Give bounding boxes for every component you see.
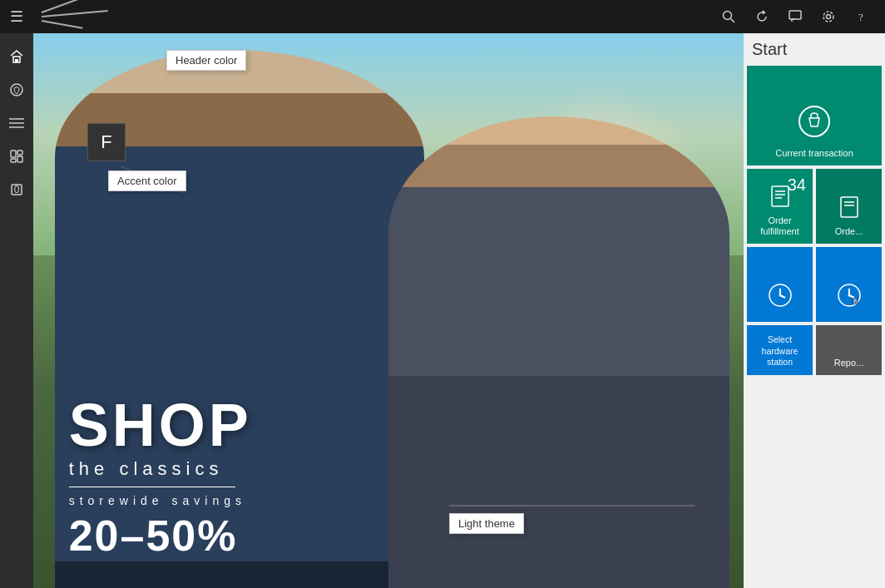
accent-color-label: Accent color: [117, 175, 177, 187]
tile-select-hardware-station[interactable]: Select hardware station: [747, 325, 813, 375]
hamburger-menu[interactable]: ☰: [0, 0, 33, 33]
sidebar-item-orders[interactable]: [2, 75, 32, 105]
top-bar-icons: ?: [714, 2, 885, 32]
svg-rect-22: [772, 186, 789, 206]
svg-rect-26: [841, 197, 858, 217]
sidebar-item-badge[interactable]: 0: [2, 175, 32, 205]
reports-label: Repo...: [831, 358, 867, 368]
svg-point-4: [823, 12, 833, 22]
light-theme-label: Light theme: [458, 517, 515, 530]
svg-rect-13: [17, 151, 22, 155]
sidebar-item-menu[interactable]: [2, 108, 32, 138]
sidebar-item-products[interactable]: [2, 141, 32, 171]
main-content: SHOP the classics storewide savings 20–5…: [33, 33, 744, 588]
order-next-icon: [838, 195, 861, 225]
sidebar-item-home[interactable]: [2, 42, 32, 72]
refresh-icon[interactable]: [747, 2, 777, 32]
svg-text:?: ?: [858, 11, 863, 23]
accent-color-tooltip: Accent color: [108, 170, 186, 191]
order-next-label: Orde...: [832, 226, 867, 237]
logo-line-1: [42, 0, 89, 13]
svg-line-1: [731, 19, 735, 23]
logo-lines: [42, 12, 108, 22]
header-color-label: Header color: [176, 54, 237, 67]
select-hardware-station-label: Select hardware station: [747, 334, 813, 368]
person-right: [388, 116, 729, 588]
tile-order-fulfillment[interactable]: 34 Order fulfillment: [747, 169, 813, 244]
tile-order-next[interactable]: Orde...: [816, 169, 882, 244]
sidebar: 0: [0, 33, 33, 588]
svg-rect-14: [11, 159, 16, 162]
logo-line-3: [42, 20, 83, 29]
current-transaction-label: Current transaction: [772, 148, 857, 159]
comment-icon[interactable]: [780, 2, 810, 32]
right-panel-title: Start: [744, 33, 885, 66]
svg-rect-15: [17, 156, 22, 162]
order-fulfillment-badge: 34: [788, 175, 806, 195]
svg-rect-2: [789, 11, 801, 19]
header-color-tooltip: Header color: [166, 50, 246, 71]
tile-current-transaction[interactable]: Current transaction: [747, 66, 882, 166]
hero-area: SHOP the classics storewide savings 20–5…: [33, 33, 744, 588]
person-right-container: [388, 116, 729, 588]
light-theme-tooltip: Light theme: [449, 513, 524, 534]
right-panel: Start Current transaction 34: [744, 33, 885, 588]
tile-grid: Current transaction 34 Order fulfillment: [744, 66, 885, 378]
svg-point-21: [799, 106, 829, 136]
tile-reports[interactable]: Repo...: [816, 325, 882, 375]
f-box: F: [87, 123, 126, 161]
logo-line-2: [42, 10, 108, 17]
search-icon[interactable]: [714, 2, 744, 32]
order-fulfillment-label: Order fulfillment: [747, 215, 813, 237]
hero-classics-text: the classics: [69, 458, 252, 480]
svg-rect-12: [11, 151, 16, 157]
clock2-icon: [837, 283, 862, 314]
hero-storewide-text: storewide savings: [69, 494, 252, 507]
current-transaction-icon: [798, 105, 831, 145]
settings-icon[interactable]: [813, 2, 843, 32]
menu-icon: ☰: [10, 7, 23, 26]
help-icon[interactable]: ?: [847, 2, 877, 32]
svg-point-36: [848, 294, 850, 297]
f-label: F: [101, 131, 111, 153]
hero-text: SHOP the classics storewide savings 20–5…: [69, 395, 252, 561]
svg-point-32: [779, 294, 781, 297]
hero-discount-text: 20–50%: [69, 511, 252, 561]
tile-clock2[interactable]: [816, 247, 882, 322]
svg-point-0: [724, 12, 732, 20]
top-bar: ☰: [0, 0, 885, 33]
hero-divider: [69, 487, 235, 487]
tile-clock1[interactable]: [747, 247, 813, 322]
clock1-icon: [768, 283, 793, 314]
svg-rect-7: [15, 59, 18, 62]
svg-point-3: [827, 15, 831, 19]
sidebar-badge-number: 0: [14, 184, 20, 195]
hero-shop-text: SHOP: [69, 395, 252, 455]
logo-area: [33, 0, 714, 33]
